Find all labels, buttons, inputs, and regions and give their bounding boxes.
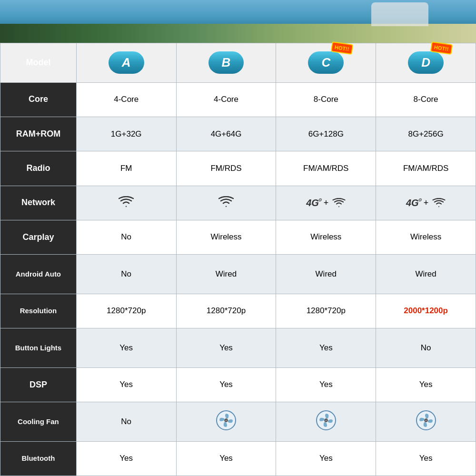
cell-carplay-c: Wireless [276, 220, 376, 254]
cell-android-auto-a: No [76, 255, 176, 294]
cell-dsp-a: Yes [76, 367, 176, 402]
row-label-cooling-fan: Cooling Fan [0, 402, 77, 441]
cell-network-b [176, 186, 276, 220]
model-cell-c: CHOT! [276, 43, 376, 83]
row-label-model: Model [0, 43, 77, 83]
cell-core-d: 8-Core [376, 82, 476, 117]
svg-point-3 [226, 420, 227, 421]
model-cell-a: A [76, 43, 176, 83]
cell-bluetooth-a: Yes [76, 441, 176, 476]
table-container: ModelABCHOT!DHOT!Core4-Core4-Core8-Core8… [0, 43, 476, 476]
cell-carplay-a: No [76, 220, 176, 254]
cell-network-c: 4G⊙ + [276, 186, 376, 220]
cell-resolution-a: 1280*720p [76, 294, 176, 328]
cell-cooling-fan-c [276, 402, 376, 441]
cell-ram+rom-c: 6G+128G [276, 117, 376, 151]
cell-resolution-c: 1280*720p [276, 294, 376, 328]
cell-android-auto-b: Wired [176, 255, 276, 294]
cell-network-a [76, 186, 176, 220]
cell-bluetooth-d: Yes [376, 441, 476, 476]
row-label-dsp: DSP [0, 367, 77, 402]
model-cell-b: B [176, 43, 276, 83]
model-cell-d: DHOT! [376, 43, 476, 83]
cell-ram+rom-b: 4G+64G [176, 117, 276, 151]
row-label-core: Core [0, 82, 77, 117]
cell-android-auto-d: Wired [376, 255, 476, 294]
cell-dsp-b: Yes [176, 367, 276, 402]
cell-resolution-d: 2000*1200p [376, 294, 476, 328]
page-wrapper: ModelABCHOT!DHOT!Core4-Core4-Core8-Core8… [0, 0, 476, 476]
cell-button-lights-a: Yes [76, 328, 176, 368]
cell-cooling-fan-d [376, 402, 476, 441]
cell-cooling-fan-b [176, 402, 276, 441]
svg-point-7 [325, 420, 327, 421]
svg-point-11 [425, 420, 426, 421]
cell-bluetooth-b: Yes [176, 441, 276, 476]
background-header [0, 0, 476, 43]
cell-dsp-d: Yes [376, 367, 476, 402]
cell-button-lights-c: Yes [276, 328, 376, 368]
cell-core-a: 4-Core [76, 82, 176, 117]
row-label-ram+rom: RAM+ROM [0, 117, 77, 151]
cell-core-c: 8-Core [276, 82, 376, 117]
row-label-carplay: Carplay [0, 220, 77, 254]
cell-android-auto-c: Wired [276, 255, 376, 294]
cell-cooling-fan-a: No [76, 402, 176, 441]
product-table: ModelABCHOT!DHOT!Core4-Core4-Core8-Core8… [0, 43, 476, 476]
row-label-android-auto: Android Auto [0, 255, 77, 294]
cell-button-lights-b: Yes [176, 328, 276, 368]
cell-radio-d: FM/AM/RDS [376, 151, 476, 186]
cell-radio-c: FM/AM/RDS [276, 151, 376, 186]
cell-dsp-c: Yes [276, 367, 376, 402]
cell-ram+rom-d: 8G+256G [376, 117, 476, 151]
cell-bluetooth-c: Yes [276, 441, 376, 476]
cell-carplay-d: Wireless [376, 220, 476, 254]
cell-resolution-b: 1280*720p [176, 294, 276, 328]
row-label-bluetooth: Bluetooth [0, 441, 77, 476]
row-label-network: Network [0, 186, 77, 220]
row-label-button-lights: Button Lights [0, 328, 77, 368]
cell-ram+rom-a: 1G+32G [76, 117, 176, 151]
cell-radio-b: FM/RDS [176, 151, 276, 186]
cell-carplay-b: Wireless [176, 220, 276, 254]
row-label-resolution: Resolution [0, 294, 77, 328]
cell-radio-a: FM [76, 151, 176, 186]
cell-button-lights-d: No [376, 328, 476, 368]
row-label-radio: Radio [0, 151, 77, 186]
cell-core-b: 4-Core [176, 82, 276, 117]
cell-network-d: 4G⊙ + [376, 186, 476, 220]
